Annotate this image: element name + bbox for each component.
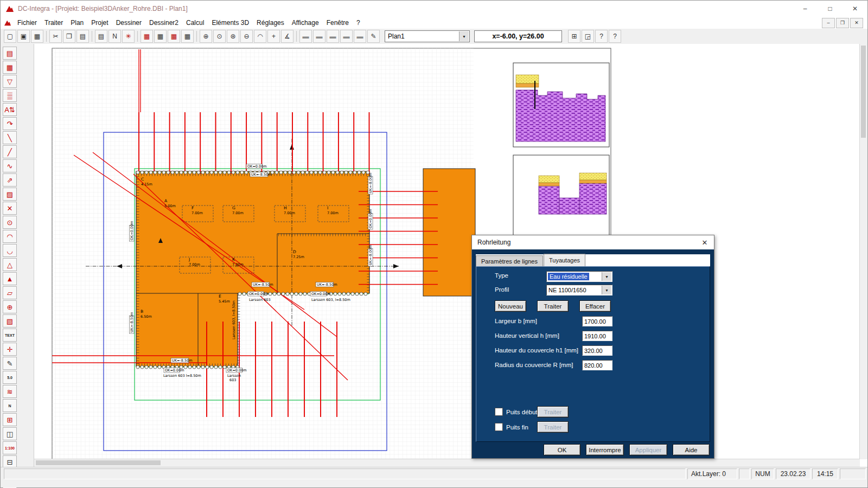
menu-item-affichage[interactable]: Affichage: [288, 18, 323, 28]
arc-segment-tool[interactable]: ◡: [3, 244, 17, 257]
wall-view1-button[interactable]: ▬: [299, 30, 312, 43]
menu-item-dessiner[interactable]: Dessiner: [112, 18, 145, 28]
hauteur-input[interactable]: 1910.00: [582, 331, 612, 341]
minimize-button[interactable]: –: [793, 1, 818, 17]
north-arrow-tool[interactable]: N: [3, 399, 17, 412]
tab-tuyautages[interactable]: Tuyautages: [544, 254, 585, 266]
open-button[interactable]: ▣: [17, 30, 30, 43]
zigzag-tool[interactable]: ∿: [3, 159, 17, 172]
effacer-button[interactable]: Effacer: [579, 300, 611, 312]
anchor-grid-tool[interactable]: ▦: [3, 61, 17, 74]
wall-view4-button[interactable]: ▬: [340, 30, 353, 43]
curve-arrow-tool[interactable]: ↷: [3, 117, 17, 130]
polyline-arrow-tool[interactable]: ⇗: [3, 174, 17, 187]
profil-select[interactable]: NE 1100/1650 ▼: [546, 285, 612, 296]
pencil-button[interactable]: ✎: [367, 30, 380, 43]
menu-item-traiter[interactable]: Traiter: [41, 18, 67, 28]
zoom-out-button[interactable]: ⊖: [240, 30, 253, 43]
largeur-input[interactable]: 1700.00: [582, 316, 612, 326]
norm-button[interactable]: N: [108, 30, 121, 43]
slope-hatch-tool[interactable]: ▲: [3, 272, 17, 285]
new-button[interactable]: ▢: [4, 30, 16, 43]
table-list-button[interactable]: ▦: [154, 30, 167, 43]
type-select[interactable]: Eau résiduelle ▼: [546, 271, 612, 282]
help-button[interactable]: ?: [595, 30, 608, 43]
aide-button[interactable]: Aide: [673, 444, 710, 455]
table-edit-button[interactable]: ▦: [181, 30, 194, 43]
ok-button[interactable]: OK: [544, 444, 580, 455]
radius-input[interactable]: 820.00: [582, 360, 612, 370]
menu-item-fichier[interactable]: Fichier: [14, 18, 41, 28]
menu-item-el-ments-3d[interactable]: Eléments 3D: [208, 18, 253, 28]
zoom-window-button[interactable]: ⊙: [213, 30, 226, 43]
print-button[interactable]: ⊞: [568, 30, 580, 43]
interrompre-button[interactable]: Interrompre: [586, 444, 624, 455]
zoom-pan-button[interactable]: ⊛: [227, 30, 239, 43]
maximize-button[interactable]: □: [818, 1, 843, 17]
hatch-square-tool[interactable]: ▧: [3, 314, 17, 328]
anchor-tool[interactable]: ╲: [3, 131, 17, 144]
menu-item-plan[interactable]: Plan: [67, 18, 87, 28]
plan-select[interactable]: Plan1 ▼: [385, 30, 470, 42]
dialog-title-bar[interactable]: Rohrleitung ✕: [472, 235, 714, 249]
line-tool[interactable]: ╱: [3, 145, 17, 158]
paste-button[interactable]: ▤: [76, 30, 89, 43]
circle-quadrant-tool[interactable]: ⊕: [3, 300, 17, 313]
add-point-button[interactable]: +: [267, 30, 280, 43]
mdi-restore-button[interactable]: ❐: [836, 18, 849, 28]
wall-view3-button[interactable]: ▬: [327, 30, 339, 43]
zoom-in-button[interactable]: ⊕: [200, 30, 212, 43]
move-cross-tool[interactable]: ✛: [3, 343, 17, 356]
couvercle-input[interactable]: 320.00: [582, 345, 612, 356]
building-block-east[interactable]: [423, 169, 475, 296]
close-button[interactable]: ✕: [843, 1, 867, 17]
scale-tool[interactable]: 1:100: [3, 441, 17, 454]
cut-button[interactable]: ✂: [49, 30, 62, 43]
calc-burst-button[interactable]: ✳: [122, 30, 135, 43]
angle-mode-button[interactable]: ∡: [281, 30, 293, 43]
dialog-close-button[interactable]: ✕: [695, 239, 714, 247]
copy-button[interactable]: ❐: [63, 30, 75, 43]
mdi-close-button[interactable]: ✕: [850, 18, 863, 28]
report-button[interactable]: ▤: [95, 30, 107, 43]
checkbox-box[interactable]: [495, 408, 503, 416]
mdi-minimize-button[interactable]: –: [822, 18, 835, 28]
text-height-tool[interactable]: A⇅: [3, 103, 17, 116]
nouveau-button[interactable]: Nouveau: [495, 300, 526, 312]
puits-debut-checkbox[interactable]: Puits début: [495, 408, 538, 416]
wall-view5-button[interactable]: ▬: [354, 30, 366, 43]
wall-view2-button[interactable]: ▬: [313, 30, 326, 43]
excavation-tool[interactable]: ▽: [3, 75, 17, 88]
split-view-tool[interactable]: ◫: [3, 427, 17, 440]
triangle-tool[interactable]: △: [3, 258, 17, 271]
menu-item-dessiner2[interactable]: Dessiner2: [145, 18, 182, 28]
horizontal-scrollbar-thumb[interactable]: [36, 460, 161, 465]
drawing-canvas[interactable]: OK=0.00mUK=-8.50mUK=-8.50mOK=0.00mLarsse…: [34, 44, 860, 459]
menu-item-projet[interactable]: Projet: [87, 18, 112, 28]
wall-hatch-tool[interactable]: ▤: [3, 47, 17, 60]
table-plan-button[interactable]: ▦: [141, 30, 153, 43]
table-data-button[interactable]: ▦: [168, 30, 180, 43]
vertical-scrollbar[interactable]: [859, 44, 867, 459]
tab-parametres-de-lignes[interactable]: Paramètres de lignes: [476, 255, 543, 266]
save-button[interactable]: ▦: [31, 30, 43, 43]
chevron-down-icon[interactable]: ▼: [602, 272, 611, 281]
text-tool[interactable]: TEXT: [3, 329, 17, 342]
chevron-down-icon[interactable]: ▼: [459, 31, 469, 41]
chevron-down-icon[interactable]: ▼: [602, 286, 611, 294]
hatch-band-tool[interactable]: ▨: [3, 188, 17, 201]
traiter-button[interactable]: Traiter: [537, 300, 569, 312]
horizontal-scrollbar[interactable]: [34, 459, 860, 467]
puits-fin-checkbox[interactable]: Puits fin: [495, 423, 528, 431]
parallelogram-tool[interactable]: ▱: [3, 286, 17, 299]
menu-item-fen-tre[interactable]: Fenêtre: [323, 18, 353, 28]
site-plan-tool[interactable]: ⊞: [3, 413, 17, 426]
dimension-tool[interactable]: 5.0: [3, 371, 17, 384]
dotted-wall-tool[interactable]: ▒: [3, 89, 17, 102]
print-preview-button[interactable]: ◲: [582, 30, 594, 43]
cross-lines-tool[interactable]: ✕: [3, 202, 17, 215]
pen-tool[interactable]: ✎: [3, 357, 17, 370]
menu-item-r-glages[interactable]: Réglages: [253, 18, 288, 28]
circle-center-tool[interactable]: ⊙: [3, 216, 17, 229]
checkbox-box[interactable]: [495, 423, 503, 431]
